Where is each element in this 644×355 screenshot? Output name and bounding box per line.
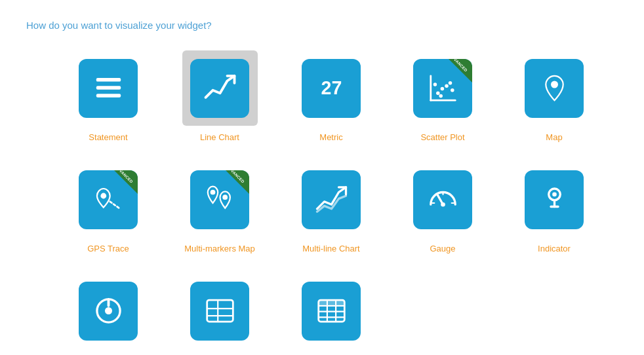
widget-label-statement: Statement	[89, 132, 127, 142]
widget-icon-switch	[79, 282, 138, 341]
widget-label-indicator: Indicator	[538, 244, 571, 253]
svg-point-12	[433, 83, 437, 86]
widget-icon-wrapper-indicator	[517, 162, 592, 237]
widget-icon-line-chart	[190, 59, 249, 118]
widget-icon-table-historical	[302, 282, 361, 341]
widget-icon-wrapper-scatter-plot: ADVANCED	[405, 50, 481, 126]
widget-item-metric[interactable]: 27 Metric	[289, 50, 374, 142]
svg-rect-1	[96, 86, 120, 90]
advanced-badge-text: ADVANCED	[226, 170, 245, 184]
svg-point-9	[439, 94, 443, 98]
widget-icon-wrapper-switch	[71, 273, 146, 348]
widget-item-scatter-plot[interactable]: ADVANCEDScatter Plot	[400, 50, 485, 142]
widget-icon-gauge	[413, 170, 472, 229]
widget-item-indicator[interactable]: Indicator	[512, 162, 597, 253]
svg-rect-41	[336, 301, 344, 305]
widget-icon-map	[525, 59, 584, 118]
svg-point-6	[436, 91, 440, 95]
widget-icon-wrapper-multi-line-chart	[294, 162, 369, 237]
svg-point-28	[105, 307, 112, 314]
widget-icon-wrapper-line-chart	[182, 50, 258, 126]
widget-label-metric: Metric	[319, 132, 342, 142]
svg-rect-2	[96, 94, 120, 98]
svg-point-7	[440, 87, 444, 91]
widget-label-multi-markers-map: Multi-markers Map	[184, 244, 255, 253]
widget-icon-wrapper-gps-trace: ADVANCED	[71, 162, 146, 237]
widget-icon-multi-line-chart	[302, 170, 361, 229]
widget-label-line-chart: Line Chart	[200, 132, 239, 142]
widget-icon-wrapper-statement	[71, 50, 146, 126]
widget-label-gps-trace: GPS Trace	[87, 244, 129, 253]
svg-rect-39	[319, 301, 326, 305]
svg-point-13	[551, 81, 558, 88]
svg-point-16	[210, 190, 215, 195]
widget-item-gauge[interactable]: Gauge	[400, 162, 485, 253]
svg-point-8	[445, 84, 449, 88]
widget-item-table-values[interactable]: Table Values	[177, 273, 262, 355]
widget-icon-wrapper-table-historical	[294, 273, 369, 348]
svg-line-15	[110, 202, 119, 209]
widget-label-gauge: Gauge	[430, 244, 455, 253]
widget-grid: Statement Line Chart 27 Metric ADVANCEDS…	[66, 50, 618, 355]
advanced-badge-text: ADVANCED	[114, 170, 134, 184]
advanced-badge-text: ADVANCED	[449, 59, 468, 73]
widget-label-multi-line-chart: Multi-line Chart	[302, 244, 359, 253]
advanced-badge: ADVANCED	[226, 170, 249, 194]
widget-icon-wrapper-map	[517, 50, 592, 126]
widget-item-line-chart[interactable]: Line Chart	[177, 50, 262, 142]
widget-item-gps-trace[interactable]: ADVANCEDGPS Trace	[66, 162, 151, 253]
widget-icon-wrapper-table-values	[182, 273, 258, 348]
page-question: How do you want to visualize your widget…	[26, 20, 618, 31]
widget-item-table-historical[interactable]: Table Historical	[289, 273, 374, 355]
svg-rect-40	[328, 301, 335, 305]
widget-label-scatter-plot: Scatter Plot	[420, 132, 464, 142]
svg-rect-0	[96, 78, 120, 82]
widget-icon-statement	[79, 59, 138, 118]
widget-item-statement[interactable]: Statement	[66, 50, 151, 142]
widget-icon-gps-trace: ADVANCED	[79, 170, 138, 229]
widget-label-map: Map	[546, 132, 562, 142]
widget-icon-wrapper-multi-markers-map: ADVANCED	[182, 162, 258, 237]
svg-point-14	[100, 193, 106, 199]
widget-icon-wrapper-metric: 27	[294, 50, 369, 126]
widget-icon-wrapper-gauge	[405, 162, 481, 237]
svg-point-11	[451, 88, 454, 92]
widget-item-multi-line-chart[interactable]: Multi-line Chart	[289, 162, 374, 253]
svg-text:27: 27	[321, 77, 342, 98]
widget-item-map[interactable]: Map	[512, 50, 597, 142]
widget-item-switch[interactable]: Switch	[66, 273, 151, 355]
svg-rect-29	[207, 300, 233, 322]
svg-point-23	[552, 193, 557, 197]
advanced-badge: ADVANCED	[449, 59, 472, 83]
widget-icon-metric: 27	[302, 59, 361, 118]
svg-point-18	[441, 202, 445, 207]
widget-icon-scatter-plot: ADVANCED	[413, 59, 472, 118]
widget-icon-multi-markers-map: ADVANCED	[190, 170, 249, 229]
widget-item-multi-markers-map[interactable]: ADVANCEDMulti-markers Map	[177, 162, 262, 253]
svg-point-17	[222, 195, 228, 200]
advanced-badge: ADVANCED	[114, 170, 138, 194]
widget-icon-indicator	[525, 170, 584, 229]
widget-icon-table-values	[190, 282, 249, 341]
